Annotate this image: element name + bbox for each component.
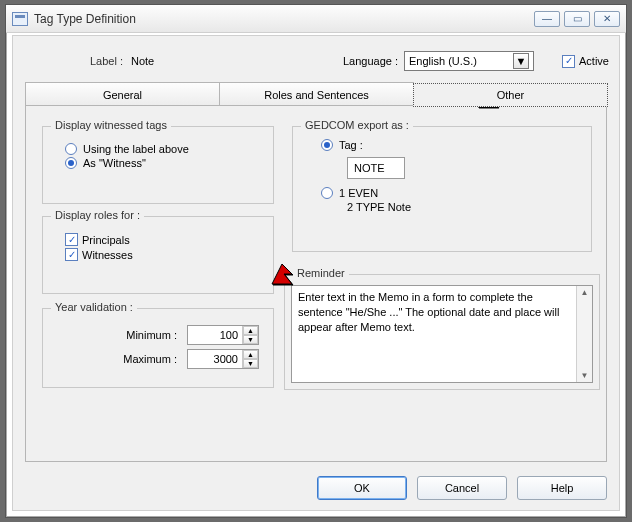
radio-gedcom-tag[interactable]: Tag :: [321, 139, 591, 151]
radio-using-label[interactable]: Using the label above: [65, 143, 273, 155]
max-year-row: Maximum : 3000 ▲ ▼: [43, 349, 259, 369]
titlebar: Tag Type Definition — ▭ ✕: [6, 5, 626, 33]
tab-general[interactable]: General: [25, 82, 220, 106]
reminder-text: Enter text in the Memo in a form to comp…: [292, 286, 576, 382]
close-button[interactable]: ✕: [594, 11, 620, 27]
group-year-validation: Year validation : Minimum : 100 ▲ ▼: [42, 308, 274, 388]
max-year-input[interactable]: 3000 ▲ ▼: [187, 349, 259, 369]
group-display-roles: Display roles for : ✓ Principals ✓ Witne…: [42, 216, 274, 294]
active-checkbox[interactable]: ✓ Active: [562, 55, 609, 68]
radio-gedcom-even[interactable]: 1 EVEN: [321, 187, 591, 199]
checkbox-icon: ✓: [65, 248, 78, 261]
chevron-up-icon[interactable]: ▲: [243, 326, 258, 335]
group-legend: Display roles for :: [51, 209, 144, 221]
tab-strip: General Roles and Sentences Other: [25, 82, 607, 106]
dialog-window: Tag Type Definition — ▭ ✕ Label : Note L…: [5, 4, 627, 518]
tab-other[interactable]: Other: [413, 83, 608, 107]
gedcom-type-sub: 2 TYPE Note: [347, 201, 591, 213]
min-year-input[interactable]: 100 ▲ ▼: [187, 325, 259, 345]
group-legend: Year validation :: [51, 301, 137, 313]
chevron-up-icon[interactable]: ▲: [581, 286, 589, 299]
radio-icon: [321, 187, 333, 199]
chevron-down-icon: ▼: [513, 53, 529, 69]
tab-roles-sentences[interactable]: Roles and Sentences: [219, 82, 414, 106]
radio-icon: [321, 139, 333, 151]
label-value: Note: [131, 55, 251, 67]
spinner-arrows[interactable]: ▲ ▼: [242, 326, 258, 344]
radio-icon: [65, 157, 77, 169]
checkbox-icon: ✓: [65, 233, 78, 246]
scrollbar[interactable]: ▲ ▼: [576, 286, 592, 382]
window-buttons: — ▭ ✕: [534, 11, 620, 27]
check-principals[interactable]: ✓ Principals: [65, 233, 273, 246]
min-year-row: Minimum : 100 ▲ ▼: [43, 325, 259, 345]
gedcom-tag-input[interactable]: NOTE: [347, 157, 405, 179]
group-gedcom-export: GEDCOM export as : Tag : NOTE 1 EVEN 2 T…: [292, 126, 592, 252]
maximize-button[interactable]: ▭: [564, 11, 590, 27]
group-legend: Display witnessed tags: [51, 119, 171, 131]
reminder-textarea[interactable]: Enter text in the Memo in a form to comp…: [291, 285, 593, 383]
window-title: Tag Type Definition: [34, 12, 534, 26]
ok-button[interactable]: OK: [317, 476, 407, 500]
client-area: Label : Note Language : English (U.S.) ▼…: [12, 35, 620, 511]
chevron-down-icon[interactable]: ▼: [243, 335, 258, 344]
group-reminder: Reminder Enter text in the Memo in a for…: [284, 274, 600, 390]
language-value: English (U.S.): [409, 55, 477, 67]
check-witnesses[interactable]: ✓ Witnesses: [65, 248, 273, 261]
cancel-button[interactable]: Cancel: [417, 476, 507, 500]
button-row: OK Cancel Help: [317, 476, 607, 500]
tab-page-other: Display witnessed tags Using the label a…: [25, 105, 607, 462]
header-row: Label : Note Language : English (U.S.) ▼…: [23, 50, 609, 72]
min-label: Minimum :: [126, 329, 177, 341]
minimize-button[interactable]: —: [534, 11, 560, 27]
chevron-down-icon[interactable]: ▼: [243, 359, 258, 368]
radio-icon: [65, 143, 77, 155]
language-caption: Language :: [343, 55, 398, 67]
label-caption: Label :: [23, 55, 123, 67]
chevron-down-icon[interactable]: ▼: [581, 369, 589, 382]
language-select[interactable]: English (U.S.) ▼: [404, 51, 534, 71]
checkbox-icon: ✓: [562, 55, 575, 68]
active-label: Active: [579, 55, 609, 67]
max-label: Maximum :: [123, 353, 177, 365]
help-button[interactable]: Help: [517, 476, 607, 500]
radio-as-witness[interactable]: As "Witness": [65, 157, 273, 169]
group-witnessed-tags: Display witnessed tags Using the label a…: [42, 126, 274, 204]
app-icon: [12, 12, 28, 26]
spinner-arrows[interactable]: ▲ ▼: [242, 350, 258, 368]
group-legend: GEDCOM export as :: [301, 119, 413, 131]
chevron-up-icon[interactable]: ▲: [243, 350, 258, 359]
group-legend: Reminder: [293, 267, 349, 279]
